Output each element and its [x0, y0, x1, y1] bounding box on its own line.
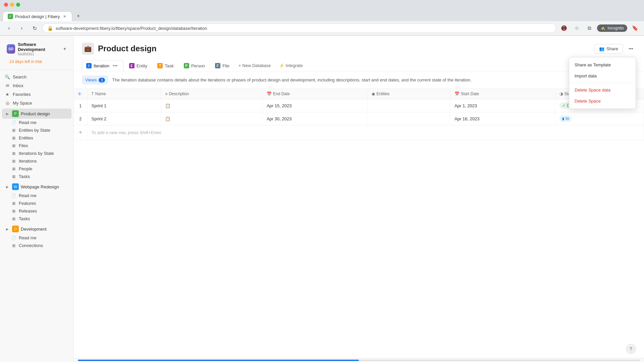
reload-button[interactable]: ↻	[30, 23, 40, 33]
sidebar-child-readme-webpage[interactable]: 📄 Read me	[2, 192, 71, 199]
row-2-desc[interactable]: 📋	[161, 112, 263, 125]
entities-by-state-icon: ▦	[11, 128, 16, 133]
nav-bar: ‹ › ↻ 🔒 software-development.fibery.io/f…	[0, 21, 644, 36]
enddate-col-icon: 📅	[267, 92, 272, 96]
connections-icon: ▦	[11, 243, 16, 248]
tab-close-button[interactable]: ✕	[62, 14, 67, 19]
col-header-start-date[interactable]: 📅 Start Date	[450, 89, 555, 99]
views-button[interactable]: Views 3	[82, 75, 108, 84]
sidebar-child-entities-by-state-label: Entities by State	[19, 128, 50, 133]
sidebar-child-readme-webpage-label: Read me	[19, 193, 37, 198]
dropdown-delete-space-data[interactable]: Delete Space data	[569, 84, 636, 96]
incognito-label: Incognito	[607, 26, 624, 31]
sidebar-section-webpage-header[interactable]: ▶ W Webpage Redesign	[2, 182, 71, 192]
workspace-chevron-icon: ▼	[63, 47, 67, 51]
sidebar-child-features[interactable]: ▦ Features	[2, 199, 71, 207]
row-1-entities[interactable]	[368, 99, 450, 112]
dropdown-divider	[569, 83, 636, 83]
row-1-start-date[interactable]: Apr 1, 2023	[450, 99, 555, 112]
sidebar-child-readme-label: Read me	[19, 120, 37, 125]
row-2-state[interactable]: ◗ In	[555, 112, 644, 125]
sidebar-child-iterations-label: Iterations	[19, 159, 37, 164]
integrate-button[interactable]: ⚡ Integrate	[276, 61, 306, 70]
row-2-entities[interactable]	[368, 112, 450, 125]
col-header-description[interactable]: ≡ Description	[161, 89, 263, 99]
minimize-button[interactable]	[10, 3, 14, 7]
db-tab-person[interactable]: P Person	[179, 61, 209, 70]
db-tab-iteration[interactable]: I Iteration •••	[82, 60, 123, 71]
split-view-icon[interactable]: ⧉	[584, 23, 594, 33]
sidebar-child-people-label: People	[19, 166, 32, 171]
state-col-icon: ◑	[559, 92, 563, 96]
data-table: ① T Name ≡ Descri	[74, 89, 644, 140]
sidebar-child-iterations[interactable]: ▦ Iterations	[2, 157, 71, 165]
db-tab-task[interactable]: T Task	[153, 61, 178, 70]
sidebar-child-people[interactable]: ▦ People	[2, 165, 71, 173]
scroll-thumb[interactable]	[78, 360, 359, 361]
col-header-entities[interactable]: ◉ Entities	[368, 89, 450, 99]
add-row[interactable]: + To add a new row, press Shift+Enter	[74, 125, 644, 140]
help-button[interactable]: ?	[626, 344, 636, 354]
new-tab-button[interactable]: +	[73, 12, 83, 21]
add-database-button[interactable]: + New Database	[235, 61, 274, 70]
incognito-icon: 🕵	[600, 26, 605, 31]
sidebar-child-files[interactable]: ▦ Files	[2, 142, 71, 149]
row-1-name[interactable]: Sprint 1	[87, 99, 161, 112]
sidebar-child-iterations-by-state[interactable]: ▦ Iterations by State	[2, 149, 71, 157]
sidebar-item-inbox[interactable]: ✉ Inbox	[2, 81, 71, 90]
iteration-tab-dots[interactable]: •••	[111, 62, 119, 69]
row-2-name[interactable]: Sprint 2	[87, 112, 161, 125]
close-button[interactable]	[4, 3, 8, 7]
dropdown-delete-space[interactable]: Delete Space	[569, 96, 636, 107]
incognito-button[interactable]: 🕵 Incognito	[597, 24, 627, 32]
dropdown-share-as-template[interactable]: Share as Template	[569, 59, 636, 70]
sidebar-child-releases[interactable]: ▦ Releases	[2, 207, 71, 215]
trial-banner: 14 days left in trial	[4, 58, 69, 67]
col-header-end-date[interactable]: 📅 End Date	[262, 89, 367, 99]
more-options-button[interactable]: •••	[626, 44, 636, 54]
sidebar-child-entities-by-state[interactable]: ▦ Entities by State	[2, 126, 71, 134]
add-row-icon[interactable]: +	[74, 125, 87, 140]
maximize-button[interactable]	[16, 3, 20, 7]
inbox-icon: ✉	[5, 83, 10, 88]
sidebar-section-webpage: ▶ W Webpage Redesign 📄 Read me ▦ Feature…	[2, 182, 71, 223]
in-progress-icon: ◗	[562, 116, 564, 121]
bookmark-icon[interactable]: ☆	[572, 23, 582, 33]
sidebar-item-favorites[interactable]: ★ Favorites	[2, 90, 71, 99]
sidebar-child-readme-development[interactable]: 📄 Read me	[2, 234, 71, 242]
favorites-icon: ★	[5, 92, 10, 97]
page-title-row: 💼 Product design 👥 Share •••	[82, 43, 636, 55]
address-bar[interactable]: 🔒 software-development.fibery.io/fibery/…	[42, 23, 556, 33]
row-2-end-date[interactable]: Apr 30, 2023	[262, 112, 367, 125]
sidebar-child-tasks-product[interactable]: ▦ Tasks	[2, 173, 71, 180]
db-tab-entity[interactable]: E Entity	[125, 61, 152, 70]
main-content: 💼 Product design 👥 Share ••• I Iteration…	[74, 36, 644, 362]
row-2-start-date[interactable]: Apr 16, 2023	[450, 112, 555, 125]
col-header-name[interactable]: T Name	[87, 89, 161, 99]
sidebar-child-connections[interactable]: ▦ Connections	[2, 242, 71, 249]
dropdown-import-data[interactable]: Import data	[569, 70, 636, 81]
forward-button[interactable]: ›	[17, 23, 27, 33]
row-1-desc[interactable]: 📋	[161, 99, 263, 112]
camera-off-icon[interactable]: 📵	[559, 23, 569, 33]
sidebar-child-tasks-webpage[interactable]: ▦ Tasks	[2, 215, 71, 223]
sidebar-child-entities[interactable]: ▦ Entities	[2, 134, 71, 142]
row-1-end-date[interactable]: Apr 15, 2023	[262, 99, 367, 112]
page-icon: 💼	[82, 43, 94, 55]
sidebar-child-readme-product[interactable]: 📄 Read me	[2, 119, 71, 126]
all-bookmarks-icon[interactable]: 🔖	[630, 23, 640, 33]
sidebar-section-development-header[interactable]: ▶ D Development	[2, 224, 71, 234]
sidebar-item-myspace[interactable]: ◎ My Space	[2, 99, 71, 107]
horizontal-scrollbar[interactable]	[78, 360, 640, 361]
db-tab-file[interactable]: F File	[211, 61, 234, 70]
sidebar-section-development: ▶ D Development 📄 Read me ▦ Connections	[2, 224, 71, 249]
row-2-state-badge: ◗ In	[559, 116, 572, 122]
readme-icon: 📄	[11, 120, 16, 125]
sidebar-item-search[interactable]: 🔍 Search	[2, 72, 71, 81]
views-count-badge: 3	[99, 78, 105, 82]
workspace-info[interactable]: SD Software Development 6ad8d3d1 ▼	[4, 40, 69, 58]
share-button[interactable]: 👥 Share	[594, 44, 623, 54]
back-button[interactable]: ‹	[4, 23, 14, 33]
active-tab[interactable]: F Product design | Fibery ✕	[3, 11, 72, 21]
sidebar-section-product-design-header[interactable]: ▶ P Product design	[2, 109, 71, 119]
